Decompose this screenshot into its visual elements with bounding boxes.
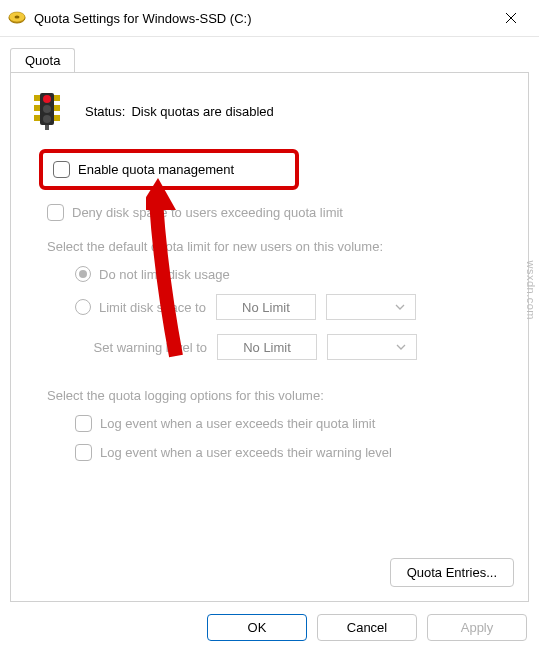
default-limit-desc: Select the default quota limit for new u… [27,239,512,254]
limit-value-input[interactable]: No Limit [216,294,316,320]
svg-rect-7 [54,95,60,101]
deny-disk-label: Deny disk space to users exceeding quota… [72,205,343,220]
svg-point-13 [43,105,51,113]
drive-icon [8,9,26,27]
ok-button[interactable]: OK [207,614,307,641]
quota-panel: Status: Disk quotas are disabled Enable … [10,72,529,602]
quota-entries-button[interactable]: Quota Entries... [390,558,514,587]
log-exceed-warning-row: Log event when a user exceeds their warn… [75,444,512,461]
svg-rect-11 [54,115,60,121]
enable-quota-checkbox[interactable] [53,161,70,178]
radio-limit-to-label: Limit disk space to [99,300,206,315]
log-exceed-limit-checkbox[interactable] [75,415,92,432]
status-label: Status: [85,104,125,119]
log-exceed-limit-row: Log event when a user exceeds their quot… [75,415,512,432]
enable-quota-label: Enable quota management [78,162,234,177]
warning-unit-combo[interactable] [327,334,417,360]
watermark: wsxdn.com [525,260,537,320]
tab-strip: Quota [0,37,539,72]
logging-options: Log event when a user exceeds their quot… [27,415,512,461]
enable-quota-highlight: Enable quota management [39,149,299,190]
radio-no-limit-row: Do not limit disk usage [75,266,512,282]
svg-rect-15 [45,125,49,130]
status-row: Status: Disk quotas are disabled [27,91,512,131]
log-exceed-warning-checkbox[interactable] [75,444,92,461]
svg-rect-9 [54,105,60,111]
warning-level-row: Set warning level to No Limit [27,334,512,360]
deny-disk-checkbox[interactable] [47,204,64,221]
cancel-button[interactable]: Cancel [317,614,417,641]
window-title: Quota Settings for Windows-SSD (C:) [34,11,491,26]
svg-rect-6 [34,95,40,101]
limit-unit-combo[interactable] [326,294,416,320]
warning-level-label: Set warning level to [67,340,207,355]
svg-point-2 [15,16,20,19]
apply-button[interactable]: Apply [427,614,527,641]
radio-limit-to-row: Limit disk space to No Limit [75,294,512,320]
traffic-light-icon [27,91,67,131]
close-button[interactable] [491,0,531,36]
svg-point-12 [43,95,51,103]
status-value: Disk quotas are disabled [131,104,273,119]
radio-no-limit-label: Do not limit disk usage [99,267,230,282]
svg-rect-10 [34,115,40,121]
log-exceed-warning-label: Log event when a user exceeds their warn… [100,445,392,460]
chevron-down-icon [396,344,406,350]
deny-disk-row: Deny disk space to users exceeding quota… [27,204,512,221]
log-exceed-limit-label: Log event when a user exceeds their quot… [100,416,375,431]
radio-limit-to[interactable] [75,299,91,315]
svg-point-14 [43,115,51,123]
logging-desc: Select the quota logging options for thi… [27,388,512,403]
svg-rect-8 [34,105,40,111]
limit-radio-group: Do not limit disk usage Limit disk space… [27,266,512,320]
chevron-down-icon [395,304,405,310]
warning-value-input[interactable]: No Limit [217,334,317,360]
tab-quota[interactable]: Quota [10,48,75,73]
close-icon [505,12,517,24]
titlebar: Quota Settings for Windows-SSD (C:) [0,0,539,36]
dialog-footer: OK Cancel Apply [0,602,539,641]
radio-no-limit[interactable] [75,266,91,282]
